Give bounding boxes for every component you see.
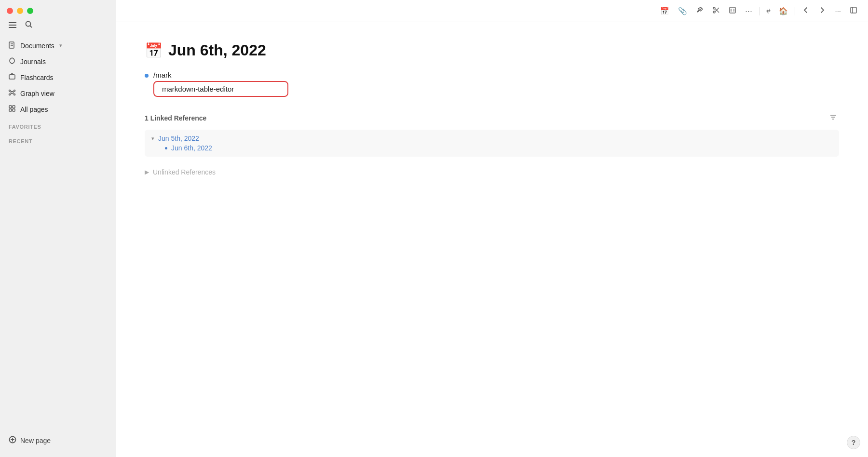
documents-arrow: ▾: [59, 42, 62, 49]
sidebar-item-graph-view[interactable]: Graph view: [4, 85, 112, 101]
minimize-button[interactable]: [17, 8, 23, 14]
new-page-button[interactable]: New page: [4, 432, 112, 449]
page-title-emoji: 📅: [145, 42, 163, 59]
favorites-section-label: FAVORITES: [4, 117, 112, 132]
sidebar-item-all-pages[interactable]: All pages: [4, 101, 112, 117]
svg-line-4: [30, 26, 32, 28]
svg-point-29: [713, 7, 715, 9]
journals-label: Journals: [20, 58, 46, 66]
sidebar-nav: Documents ▾ Journals Flashcards: [0, 38, 116, 426]
graph-view-label: Graph view: [20, 90, 54, 97]
sidebar-item-journals[interactable]: Journals: [4, 54, 112, 69]
svg-rect-21: [13, 106, 15, 108]
new-page-plus-icon: [9, 436, 16, 445]
svg-rect-20: [9, 106, 12, 108]
hash-icon[interactable]: #: [763, 5, 773, 17]
help-button[interactable]: ?: [847, 436, 860, 449]
flashcards-label: Flashcards: [20, 74, 53, 81]
menu-icon[interactable]: [7, 20, 18, 31]
ref-child-link[interactable]: Jun 6th, 2022: [171, 144, 212, 152]
svg-line-18: [11, 94, 12, 94]
page-title: 📅 Jun 6th, 2022: [145, 41, 839, 59]
svg-rect-23: [13, 109, 15, 111]
svg-point-13: [14, 90, 15, 92]
svg-rect-22: [9, 109, 12, 111]
topbar-separator-1: [759, 7, 760, 15]
new-page-label: New page: [20, 437, 51, 444]
svg-point-15: [14, 94, 15, 95]
sidebar-toolbar: [0, 20, 116, 38]
page-title-text: Jun 6th, 2022: [168, 41, 266, 59]
ref-parent-link[interactable]: Jun 5th, 2022: [158, 134, 199, 142]
journals-icon: [8, 57, 16, 66]
main-content: 📅 📎 ⋯ # 🏠: [116, 0, 868, 457]
navigation-more-icon[interactable]: ···: [832, 5, 844, 17]
expand-icon[interactable]: [726, 4, 739, 17]
linked-ref-header: 1 Linked Reference: [145, 112, 839, 124]
svg-rect-32: [730, 7, 735, 13]
help-label: ?: [852, 439, 856, 446]
ref-sub-item: Jun 6th, 2022: [151, 144, 832, 152]
more-options-icon[interactable]: ⋯: [742, 5, 755, 17]
sidebar: Documents ▾ Journals Flashcards: [0, 0, 116, 457]
sidebar-bottom: New page: [0, 426, 116, 457]
topbar: 📅 📎 ⋯ # 🏠: [116, 0, 868, 22]
search-icon[interactable]: [23, 20, 34, 31]
block-content: /mark markdown-table-editor: [153, 71, 288, 97]
pin-icon[interactable]: [693, 4, 706, 17]
svg-point-28: [713, 11, 715, 13]
page-content: 📅 Jun 6th, 2022 /mark markdown-table-edi…: [116, 22, 868, 457]
linked-ref-title: 1 Linked Reference: [145, 114, 206, 122]
unlinked-references-section: ▶ Unlinked References: [145, 168, 839, 176]
scissors-icon[interactable]: [709, 4, 723, 17]
close-button[interactable]: [7, 8, 13, 14]
all-pages-icon: [8, 105, 16, 114]
svg-line-16: [11, 92, 12, 92]
ref-group: ▾ Jun 5th, 2022 Jun 6th, 2022: [145, 130, 839, 157]
svg-rect-8: [9, 75, 15, 79]
forward-icon[interactable]: [815, 4, 829, 17]
documents-label: Documents: [20, 42, 54, 50]
svg-line-19: [13, 94, 14, 94]
recent-section-label: RECENT: [4, 132, 112, 146]
svg-point-3: [26, 22, 31, 27]
sidebar-item-flashcards[interactable]: Flashcards: [4, 69, 112, 85]
sidebar-toggle-icon[interactable]: [847, 4, 860, 17]
block-item: /mark markdown-table-editor: [145, 71, 839, 97]
sidebar-item-documents[interactable]: Documents ▾: [4, 38, 112, 54]
ref-sub-bullet: [165, 147, 167, 149]
unlinked-chevron-icon: ▶: [145, 169, 149, 175]
flashcards-icon: [8, 73, 16, 82]
home-icon[interactable]: 🏠: [776, 5, 791, 17]
unlinked-header[interactable]: ▶ Unlinked References: [145, 168, 839, 176]
unlinked-label: Unlinked References: [153, 168, 216, 176]
maximize-button[interactable]: [27, 8, 33, 14]
linked-references-section: 1 Linked Reference ▾ Jun 5th, 2022: [145, 112, 839, 157]
svg-line-27: [700, 8, 702, 10]
ref-chevron-icon: ▾: [151, 135, 154, 142]
graph-icon: [8, 89, 16, 98]
search-term-text: markdown-table-editor: [162, 85, 234, 93]
ref-group-header: ▾ Jun 5th, 2022: [151, 134, 832, 142]
back-icon[interactable]: [799, 4, 813, 17]
search-highlight-box[interactable]: markdown-table-editor: [153, 81, 288, 97]
svg-line-17: [13, 92, 14, 92]
bullet-dot: [145, 74, 149, 78]
svg-point-14: [9, 94, 11, 95]
topbar-separator-2: [795, 7, 795, 15]
calendar-icon[interactable]: 📅: [657, 5, 672, 17]
all-pages-label: All pages: [20, 106, 48, 113]
svg-point-12: [9, 90, 11, 92]
attachment-icon[interactable]: 📎: [675, 5, 690, 17]
filter-icon[interactable]: [827, 112, 839, 124]
block-text: /mark: [153, 71, 288, 79]
svg-rect-35: [851, 7, 856, 13]
titlebar-controls: [0, 4, 116, 20]
documents-icon: [8, 41, 16, 50]
